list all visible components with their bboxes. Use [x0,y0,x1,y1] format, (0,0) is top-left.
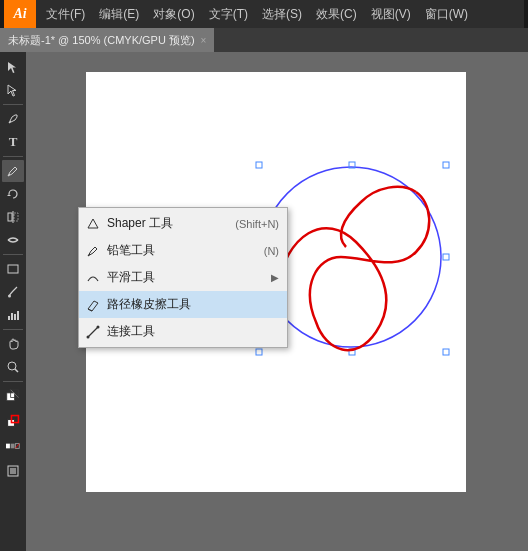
pen-tool[interactable] [2,108,24,130]
svg-rect-2 [8,213,12,221]
svg-line-35 [88,309,92,311]
ctx-connect-tool[interactable]: 连接工具 [79,318,287,345]
toolbar-separator-3 [3,254,23,255]
context-menu: Shaper 工具 (Shift+N) 铅笔工具 (N) [78,207,288,348]
ctx-shaper-tool[interactable]: Shaper 工具 (Shift+N) [79,210,287,237]
ctx-smooth-arrow: ▶ [271,272,279,283]
svg-marker-33 [88,219,98,228]
svg-rect-10 [17,311,19,320]
selection-tool[interactable] [2,56,24,78]
ctx-pen-tool[interactable]: 铅笔工具 (N) [79,237,287,264]
screen-mode[interactable] [2,460,24,482]
tab-label: 未标题-1* @ 150% (CMYK/GPU 预览) [8,33,195,48]
menu-bar: 文件(F) 编辑(E) 对象(O) 文字(T) 选择(S) 效果(C) 视图(V… [36,0,524,28]
menu-edit[interactable]: 编辑(E) [93,4,145,25]
mirror-tool[interactable] [2,206,24,228]
rectangle-tool[interactable] [2,258,24,280]
menu-effect[interactable]: 效果(C) [310,4,363,25]
menu-view[interactable]: 视图(V) [365,4,417,25]
toolbar-separator-4 [3,329,23,330]
menu-file[interactable]: 文件(F) [40,4,91,25]
document-tab[interactable]: 未标题-1* @ 150% (CMYK/GPU 预览) × [0,28,214,52]
toolbar-separator [3,104,23,105]
svg-rect-19 [11,444,15,449]
svg-rect-7 [8,316,10,320]
svg-line-34 [88,254,90,256]
svg-line-12 [15,369,18,372]
ctx-connect-label: 连接工具 [107,323,279,340]
ctx-shaper-shortcut: (Shift+N) [235,218,279,230]
ctx-smooth-tool[interactable]: 平滑工具 ▶ [79,264,287,291]
title-bar: Ai 文件(F) 编辑(E) 对象(O) 文字(T) 选择(S) 效果(C) 视… [0,0,528,28]
menu-window[interactable]: 窗口(W) [419,4,474,25]
svg-point-6 [8,295,11,298]
svg-rect-18 [6,444,10,449]
svg-line-21 [15,444,19,449]
svg-rect-9 [14,314,16,320]
chart-tool[interactable] [2,304,24,326]
stroke-fill-selector[interactable] [2,410,24,432]
canvas-area: Shaper 工具 (Shift+N) 铅笔工具 (N) [26,52,528,551]
ctx-path-eraser-tool[interactable]: 路径橡皮擦工具 [79,291,287,318]
color-mode-buttons [2,435,24,457]
menu-select[interactable]: 选择(S) [256,4,308,25]
zoom-tool[interactable] [2,356,24,378]
hand-tool[interactable] [2,333,24,355]
ctx-smooth-label: 平滑工具 [107,269,261,286]
connect-icon [85,324,101,340]
shaper-icon [85,216,101,232]
ctx-shaper-label: Shaper 工具 [107,215,229,232]
svg-rect-3 [14,213,18,221]
pencil-tool-active[interactable] [2,160,24,182]
fill-stroke-colors[interactable] [2,385,24,407]
main-area: T [0,52,528,551]
path-eraser-icon [85,297,101,313]
ctx-path-eraser-label: 路径橡皮擦工具 [107,296,279,313]
direct-selection-tool[interactable] [2,79,24,101]
toolbar-separator-5 [3,381,23,382]
paintbrush-tool[interactable] [2,281,24,303]
ai-logo: Ai [4,0,36,28]
tab-bar: 未标题-1* @ 150% (CMYK/GPU 预览) × [0,28,528,52]
svg-point-38 [97,325,100,328]
svg-rect-23 [10,468,16,474]
type-tool[interactable]: T [2,131,24,153]
tab-close-button[interactable]: × [201,35,207,46]
width-tool[interactable] [2,229,24,251]
svg-point-11 [8,362,16,370]
svg-point-37 [87,335,90,338]
ctx-pen-shortcut: (N) [264,245,279,257]
smooth-icon [85,270,101,286]
menu-text[interactable]: 文字(T) [203,4,254,25]
menu-object[interactable]: 对象(O) [147,4,200,25]
svg-rect-8 [11,313,13,320]
svg-rect-5 [8,265,18,273]
toolbar: T [0,52,26,551]
toolbar-separator-2 [3,156,23,157]
svg-line-36 [88,327,98,337]
ctx-pen-label: 铅笔工具 [107,242,258,259]
pen-icon [85,243,101,259]
rotate-tool[interactable] [2,183,24,205]
